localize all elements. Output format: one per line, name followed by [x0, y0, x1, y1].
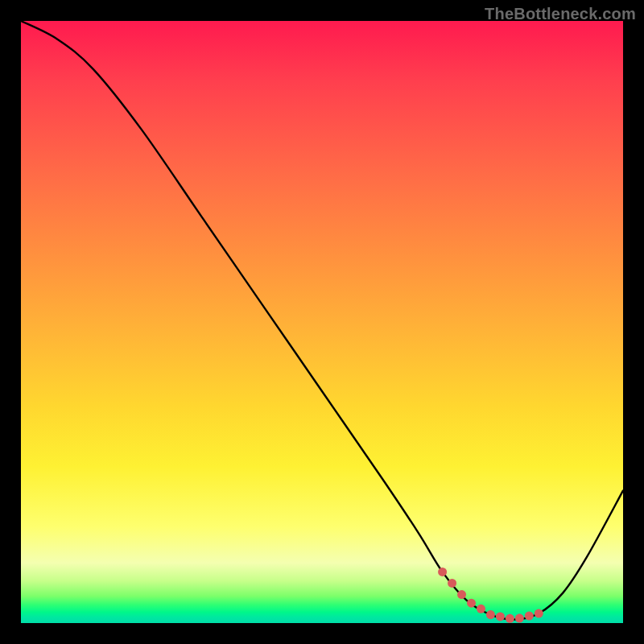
optimal-dot: [496, 612, 505, 621]
plot-area: [21, 21, 623, 623]
optimal-dot: [506, 614, 514, 623]
optimal-dot: [477, 605, 485, 613]
chart-container: TheBottleneck.com: [0, 0, 644, 644]
optimal-range-dots: [438, 568, 543, 623]
optimal-dot: [457, 590, 466, 599]
optimal-dot: [467, 599, 476, 608]
optimal-dot: [438, 568, 447, 576]
optimal-dot: [486, 610, 495, 619]
optimal-dot: [515, 614, 524, 623]
watermark-text: TheBottleneck.com: [485, 5, 636, 23]
curve-svg: [21, 21, 623, 623]
optimal-dot: [525, 612, 534, 621]
bottleneck-curve-line: [21, 21, 623, 620]
optimal-dot: [448, 579, 456, 588]
optimal-dot: [535, 609, 543, 618]
